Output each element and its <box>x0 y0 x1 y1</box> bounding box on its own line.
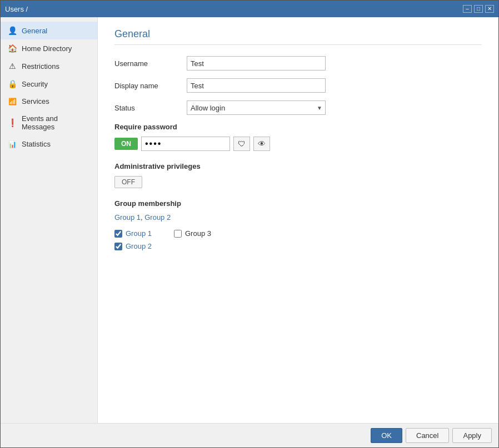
status-select[interactable]: Allow login Deny login <box>187 100 326 115</box>
group2-link[interactable]: Group 2 <box>144 213 171 222</box>
sidebar-label-home-directory: Home Directory <box>22 44 72 53</box>
window-body: 👤 General 🏠 Home Directory ⚠ Restriction… <box>1 17 498 423</box>
restrictions-icon: ⚠ <box>7 62 17 71</box>
sidebar-item-general[interactable]: 👤 General <box>1 22 97 39</box>
group1-checkbox[interactable] <box>114 230 122 238</box>
group-col-left: Group 1 Group 2 <box>114 229 152 250</box>
eye-icon: 👁 <box>258 139 266 148</box>
footer: OK Cancel Apply <box>1 423 498 447</box>
display-name-input[interactable] <box>187 78 326 93</box>
require-password-label: Require password <box>114 123 482 131</box>
minimize-button[interactable]: – <box>463 5 472 13</box>
sidebar-label-events: Events and Messages <box>22 114 91 131</box>
group-columns: Group 1 Group 2 Group 3 <box>114 229 482 250</box>
events-icon: ❗ <box>7 118 17 127</box>
window-controls: – □ ✕ <box>463 5 494 13</box>
sidebar-label-restrictions: Restrictions <box>22 62 59 71</box>
admin-section: Administrative privileges OFF <box>114 162 482 188</box>
section-title: General <box>114 28 482 45</box>
status-row: Status Allow login Deny login ▼ <box>114 100 482 115</box>
admin-privileges-label: Administrative privileges <box>114 162 482 170</box>
sidebar-label-general: General <box>22 27 47 35</box>
status-label: Status <box>114 104 187 112</box>
display-name-row: Display name <box>114 78 482 93</box>
username-row: Username <box>114 56 482 71</box>
display-name-label: Display name <box>114 82 187 90</box>
eye-button[interactable]: 👁 <box>253 137 270 151</box>
group3-checkbox[interactable] <box>174 230 182 238</box>
titlebar: Users / – □ ✕ <box>1 1 498 17</box>
general-icon: 👤 <box>7 26 17 35</box>
group1-row: Group 1 <box>114 229 152 238</box>
group1-link[interactable]: Group 1 <box>114 213 141 222</box>
security-icon: 🔒 <box>7 79 17 88</box>
sidebar-item-events-messages[interactable]: ❗ Events and Messages <box>1 110 97 135</box>
group2-label[interactable]: Group 2 <box>126 242 152 250</box>
ok-button[interactable]: OK <box>371 428 402 443</box>
sidebar-label-security: Security <box>22 80 48 88</box>
sidebar-item-services[interactable]: 📶 Services <box>1 93 97 110</box>
shield-icon: 🛡 <box>238 139 246 148</box>
group3-label[interactable]: Group 3 <box>185 229 211 238</box>
group-membership-label: Group membership <box>114 199 482 208</box>
home-directory-icon: 🏠 <box>7 44 17 53</box>
sidebar-label-statistics: Statistics <box>22 140 51 148</box>
username-input[interactable] <box>187 56 326 71</box>
window-title: Users / <box>5 5 28 13</box>
password-row: ON 🛡 👁 <box>114 137 482 151</box>
password-toggle-button[interactable]: ON <box>114 138 138 150</box>
apply-button[interactable]: Apply <box>452 428 492 443</box>
group1-label[interactable]: Group 1 <box>126 229 152 238</box>
cancel-button[interactable]: Cancel <box>406 428 449 443</box>
sidebar: 👤 General 🏠 Home Directory ⚠ Restriction… <box>1 17 98 423</box>
group-membership-section: Group membership Group 1, Group 2 Group … <box>114 199 482 250</box>
sidebar-item-restrictions[interactable]: ⚠ Restrictions <box>1 57 97 75</box>
group-selected-list: Group 1, Group 2 <box>114 213 482 222</box>
shield-button[interactable]: 🛡 <box>233 137 250 151</box>
status-select-wrapper: Allow login Deny login ▼ <box>187 100 326 115</box>
sidebar-item-security[interactable]: 🔒 Security <box>1 75 97 93</box>
maximize-button[interactable]: □ <box>474 5 483 13</box>
group3-row: Group 3 <box>174 229 211 238</box>
sidebar-label-services: Services <box>22 97 49 105</box>
statistics-icon: 📊 <box>7 140 17 148</box>
password-input[interactable] <box>141 137 230 151</box>
services-icon: 📶 <box>7 98 17 105</box>
group2-row: Group 2 <box>114 242 152 250</box>
group-col-right: Group 3 <box>174 229 211 250</box>
username-label: Username <box>114 59 187 68</box>
sidebar-item-home-directory[interactable]: 🏠 Home Directory <box>1 39 97 57</box>
group2-checkbox[interactable] <box>114 243 122 250</box>
admin-toggle-button[interactable]: OFF <box>114 176 142 188</box>
main-window: Users / – □ ✕ 👤 General 🏠 Home Directory… <box>0 0 499 448</box>
sidebar-item-statistics[interactable]: 📊 Statistics <box>1 135 97 153</box>
close-button[interactable]: ✕ <box>485 5 494 13</box>
main-content: General Username Display name Status All… <box>98 17 498 423</box>
